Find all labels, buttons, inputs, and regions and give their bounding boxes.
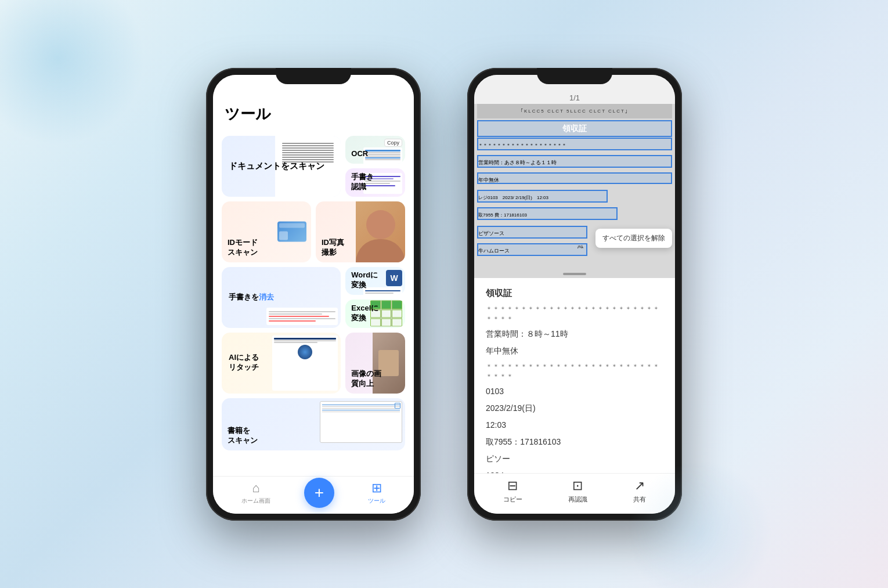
doc-line <box>282 147 334 149</box>
copy-badge: Copy <box>384 139 402 147</box>
tab-bar-left: ⌂ ホーム画面 + ⊞ ツール <box>213 476 414 514</box>
book-scan-card[interactable]: 書籍をスキャン <box>222 398 405 450</box>
home-icon: ⌂ <box>252 481 259 496</box>
ai-retouch-card[interactable]: AIによるリタッチ <box>222 333 341 394</box>
receipt-title-text: 領収証 <box>562 124 587 133</box>
receipt-bg: ｢KLCC5 CLCT 5LLCC CLCT CLCT｣ 領収証 ＊＊＊＊＊＊＊… <box>474 104 675 278</box>
receipt-hours-selected[interactable]: 営業時間：あさ８時～よる１１時 <box>477 155 672 168</box>
receipt-ref: 取7955：171816103 <box>486 436 663 448</box>
book-scan-label: 書籍をスキャン <box>228 426 258 446</box>
share-label: 共有 <box>633 495 646 504</box>
register-date-text: レジ0103 2023/ 2/19(日) 12:03 <box>478 195 548 200</box>
doc-line <box>282 150 334 151</box>
tab-home[interactable]: ⌂ ホーム画面 <box>241 481 270 505</box>
receipt-text-title: 領収証 <box>486 287 663 300</box>
add-button[interactable]: + <box>304 478 334 508</box>
tools-row-4: AIによるリタッチ 画像の画質向上 <box>222 333 405 394</box>
left-phone: ツール <box>206 68 421 521</box>
receipt-ref-selected[interactable]: 取7955 費：171816103 <box>477 207 618 220</box>
pizza-text: ピザソース <box>478 230 504 236</box>
ocr-line <box>365 150 400 151</box>
erase-card[interactable]: 手書きを消去 <box>222 267 341 328</box>
receipt-time: 12:03 <box>486 419 663 431</box>
ocr-line <box>365 157 400 158</box>
tab-tools[interactable]: ⊞ ツール <box>368 481 385 505</box>
receipt-opendays-selected[interactable]: 年中無休 <box>477 172 672 184</box>
receipt-ham-selected[interactable]: 牛ハムロース /ﾊﾑ <box>477 243 587 256</box>
excel-card[interactable]: E E <box>345 300 405 328</box>
left-phone-screen: ツール <box>213 75 414 514</box>
ham-text: 牛ハムロース <box>478 248 510 254</box>
ref-text: 取7955 費：171816103 <box>478 212 527 218</box>
business-hours-text: 営業時間：あさ８時～よる１１時 <box>478 160 557 165</box>
doc-line <box>282 154 334 156</box>
tools-tab-label: ツール <box>368 497 385 505</box>
ocr-line <box>365 159 400 160</box>
share-action[interactable]: ↗ 共有 <box>633 478 646 504</box>
receipt-register: 0103 <box>486 385 663 398</box>
word-label: Wordに変換 <box>351 270 378 290</box>
ocr-line <box>365 156 400 157</box>
tools-row-5: 書籍をスキャン <box>222 398 405 450</box>
doc-line <box>282 159 334 160</box>
doc-line <box>282 157 334 158</box>
ocr-label: OCR <box>351 149 368 159</box>
id-photo-label: ID写真撮影 <box>322 238 344 258</box>
copy-action[interactable]: ⊟ コピー <box>503 478 522 504</box>
scan-doc-label: ドキュメントをスキャン <box>229 160 324 172</box>
doc-line <box>282 152 334 153</box>
phone-notch-left <box>276 68 351 84</box>
id-mode-label: IDモードスキャン <box>228 238 258 258</box>
id-mode-card[interactable]: IDモードスキャン <box>222 201 311 262</box>
receipt-title-selected[interactable]: 領収証 <box>477 120 672 137</box>
tools-screen: ツール <box>213 75 414 514</box>
receipt-bottom-bar: ⊟ コピー ⊡ 再認識 ↗ 共有 <box>474 473 675 514</box>
receipt-open-text: 年中無休 <box>486 345 663 357</box>
receipt-date: 2023/2/19(日) <box>486 402 663 414</box>
receipt-stars-selected[interactable]: ＊＊＊＊＊＊＊＊＊＊＊＊＊＊＊＊＊＊＊ <box>477 138 672 150</box>
scan-doc-card[interactable]: ドキュメントをスキャン <box>222 136 341 197</box>
image-quality-label: 画像の画質向上 <box>351 369 381 389</box>
tools-row-1: ドキュメントをスキャン Copy <box>222 136 405 197</box>
rerecognize-action[interactable]: ⊡ 再認識 <box>568 478 587 504</box>
doc-line <box>282 143 334 144</box>
copy-label: コピー <box>503 495 522 504</box>
tools-row-3: 手書きを消去 W Wordに変換 <box>222 267 405 328</box>
phone-notch-right <box>537 68 612 84</box>
image-quality-card[interactable]: 画像の画質向上 <box>345 333 405 394</box>
context-menu-label: すべての選択を解除 <box>602 234 665 242</box>
receipt-pizza: ピソー <box>486 453 663 465</box>
receipt-scan-header: ｢KLCC5 CLCT 5LLCC CLCT CLCT｣ <box>477 104 672 118</box>
tools-title: ツール <box>225 104 402 124</box>
tools-grid[interactable]: ドキュメントをスキャン Copy <box>213 130 414 476</box>
receipt-text-area[interactable]: 領収証 ＊＊＊＊＊＊＊＊＊＊＊＊＊＊＊＊＊＊＊＊＊＊＊＊＊＊＊＊＊ 営業時間：８… <box>474 278 675 473</box>
receipt-screen: 1/1 ｢KLCC5 CLCT 5LLCC CLCT CLCT｣ 領収証 ＊＊＊… <box>474 75 675 514</box>
copy-icon: ⊟ <box>507 478 518 493</box>
receipt-stars-2: ＊＊＊＊＊＊＊＊＊＊＊＊＊＊＊＊＊＊＊＊＊＊＊＊＊＊＊＊＊ <box>486 362 663 381</box>
receipt-image-area: ｢KLCC5 CLCT 5LLCC CLCT CLCT｣ 領収証 ＊＊＊＊＊＊＊… <box>474 104 675 278</box>
open-days-text: 年中無休 <box>478 177 499 183</box>
handwriting-card[interactable]: 手書き認識 <box>345 168 405 197</box>
page-indicator: 1/1 <box>569 93 580 102</box>
receipt-stars-1: ＊＊＊＊＊＊＊＊＊＊＊＊＊＊＊＊＊＊＊＊＊＊＊＊＊＊＊＊＊ <box>486 304 663 323</box>
id-photo-card[interactable]: ID写真撮影 <box>316 201 405 262</box>
receipt-dates-selected[interactable]: レジ0103 2023/ 2/19(日) 12:03 <box>477 190 608 203</box>
receipt-pizza-selected[interactable]: ピザソース <box>477 226 587 239</box>
rerecognize-icon: ⊡ <box>572 478 583 493</box>
erase-label: 手書きを消去 <box>229 293 274 302</box>
word-card[interactable]: W Wordに変換 <box>345 267 405 295</box>
ocr-card[interactable]: Copy OCR <box>345 136 405 164</box>
rerecognize-label: 再認識 <box>568 495 587 504</box>
person-face <box>366 210 395 239</box>
home-label: ホーム画面 <box>241 497 270 505</box>
handwriting-label: 手書き認識 <box>351 172 374 192</box>
ai-retouch-label: AIによるリタッチ <box>229 353 259 373</box>
tools-icon: ⊞ <box>371 481 382 496</box>
excel-label: Excelに変換 <box>351 304 378 323</box>
context-menu[interactable]: すべての選択を解除 <box>595 229 672 248</box>
scroll-indicator <box>563 273 586 275</box>
id-thumb <box>277 222 306 242</box>
share-icon: ↗ <box>634 478 645 493</box>
ocr-line <box>365 154 400 155</box>
word-icon: W <box>386 270 402 286</box>
